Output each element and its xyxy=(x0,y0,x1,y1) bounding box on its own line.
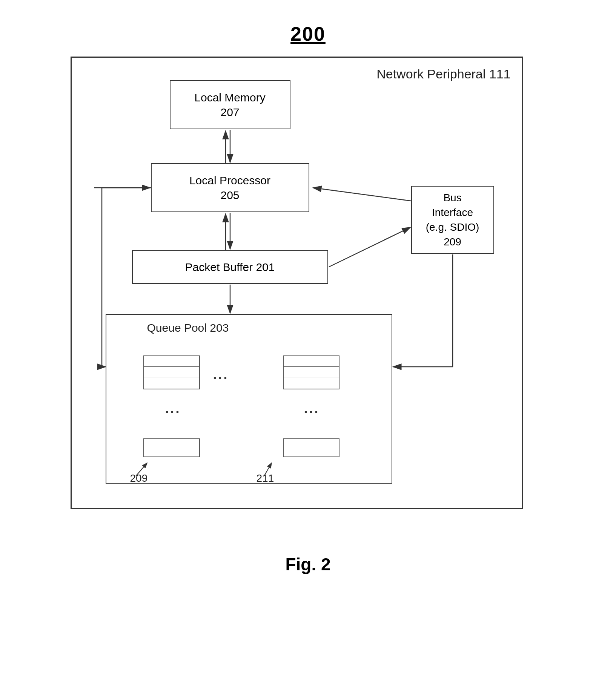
queue-row xyxy=(144,356,199,367)
ref-211-label: 211 xyxy=(257,472,274,484)
queue-row xyxy=(284,439,339,450)
network-peripheral-label: Network Peripheral 111 xyxy=(376,67,510,81)
figure-caption: Fig. 2 xyxy=(285,554,330,574)
local-memory-box: Local Memory207 xyxy=(170,80,290,129)
queue-row xyxy=(144,439,199,450)
diagram-area: Network Peripheral 111 xyxy=(71,57,546,539)
queue-item-top-left xyxy=(143,355,200,389)
ref-209-label: 209 xyxy=(130,472,148,484)
outer-box: Network Peripheral 111 xyxy=(71,57,523,509)
dots-vertical-right: ... xyxy=(304,401,320,417)
queue-row xyxy=(144,377,199,388)
local-processor-label: Local Processor205 xyxy=(189,173,270,202)
queue-item-top-right xyxy=(283,355,339,389)
queue-item-bottom-right xyxy=(283,438,339,457)
queue-row xyxy=(144,367,199,377)
queue-row xyxy=(284,377,339,388)
bus-interface-label: BusInterface(e.g. SDIO)209 xyxy=(426,190,479,250)
queue-pool-label: Queue Pool 203 xyxy=(147,322,229,334)
packet-buffer-label: Packet Buffer 201 xyxy=(185,260,275,274)
queue-item-bottom-left xyxy=(143,438,200,457)
page-container: 200 Network Peripheral 111 xyxy=(0,0,616,700)
bus-interface-box: BusInterface(e.g. SDIO)209 xyxy=(411,186,494,254)
packet-buffer-box: Packet Buffer 201 xyxy=(132,250,328,284)
local-processor-box: Local Processor205 xyxy=(151,163,309,212)
queue-row xyxy=(284,367,339,377)
figure-top-number: 200 xyxy=(290,23,326,45)
queue-row xyxy=(284,356,339,367)
dots-horizontal-top: ... xyxy=(213,367,229,383)
svg-line-9 xyxy=(329,227,410,267)
local-memory-label: Local Memory207 xyxy=(194,90,265,119)
dots-vertical-left: ... xyxy=(165,401,181,417)
